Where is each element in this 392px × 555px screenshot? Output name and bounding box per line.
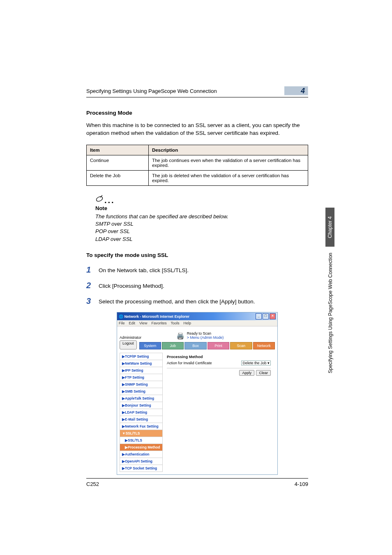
svg-point-0 [96, 196, 104, 202]
tab-network[interactable]: Network [253, 342, 275, 349]
side-chapter-tab: Chapter 4 [325, 208, 334, 247]
sidebar-item-email[interactable]: ▶E-Mail Setting [120, 416, 163, 423]
minimize-button[interactable]: _ [256, 313, 262, 319]
th-desc: Description [148, 145, 308, 155]
sidebar-item-bonjour[interactable]: ▶Bonjour Setting [120, 402, 163, 409]
sidebar-item-processing-method[interactable]: ▶Processing Method [120, 444, 163, 451]
footer-rule [86, 478, 308, 479]
intro-paragraph: When this machine is to be connected to … [86, 122, 308, 137]
tab-system[interactable]: System [139, 342, 161, 349]
header-rule [86, 97, 308, 97]
sidebar-item-openapi[interactable]: ▶OpenAPI Setting [120, 458, 163, 465]
sidebar-item-ssltls[interactable]: ▶SSL/TLS [120, 437, 163, 444]
step-number: 1 [86, 266, 99, 275]
sidebar-item-netware[interactable]: ▶NetWare Setting [120, 360, 163, 367]
step-number: 2 [86, 281, 99, 290]
subhead: To specify the mode using SSL [86, 252, 308, 258]
section-title: Processing Mode [86, 110, 308, 116]
sidebar-item-appletalk[interactable]: ▶AppleTalk Setting [120, 395, 163, 402]
logout-button[interactable]: Logout [120, 340, 137, 349]
note-icon [95, 195, 104, 205]
td-desc: The job continues even when the validati… [148, 155, 308, 170]
status-icon: 🖨️ [176, 332, 184, 340]
step-text: Select the processing method, and then c… [99, 297, 255, 306]
tab-print[interactable]: Print [208, 342, 229, 349]
sidebar-item-tcpsocket[interactable]: ▶TCP Socket Setting [120, 465, 163, 472]
sidebar-item-smb[interactable]: ▶SMB Setting [120, 388, 163, 395]
sidebar-item-authentication[interactable]: ▶Authentication [120, 451, 163, 458]
note-block: ... Note [95, 195, 308, 211]
menu-help[interactable]: Help [183, 321, 191, 325]
step: 2 Click [Processing Method]. [86, 281, 308, 290]
sidebar-item-ipp[interactable]: ▶IPP Setting [120, 367, 163, 374]
table-row: Continue The job continues even when the… [87, 155, 308, 170]
table-row: Delete the Job The job is deleted when t… [87, 170, 308, 185]
menu-file[interactable]: File [119, 321, 125, 325]
note-body: The functions that can be specified are … [86, 213, 308, 243]
close-button[interactable]: × [270, 313, 276, 319]
browser-menubar: File Edit View Favorites Tools Help [117, 320, 277, 326]
sidebar-item-snmp[interactable]: ▶SNMP Setting [120, 381, 163, 388]
menu-favorites[interactable]: Favorites [151, 321, 166, 325]
menu-edit[interactable]: Edit [129, 321, 136, 325]
step: 3 Select the processing method, and then… [86, 297, 308, 306]
td-item: Continue [87, 155, 149, 170]
step-text: On the Network tab, click [SSL/TLS]. [99, 266, 189, 275]
menu-view[interactable]: View [139, 321, 147, 325]
sidebar-item-ssltls-group[interactable]: ▼SSL/TLS [120, 430, 163, 437]
step-text: Click [Processing Method]. [99, 281, 164, 290]
step: 1 On the Network tab, click [SSL/TLS]. [86, 266, 308, 275]
invalid-cert-select[interactable]: Delete the Job ▾ [241, 361, 271, 365]
td-item: Delete the Job [87, 170, 149, 185]
window-titlebar: 🌐 Network - Microsoft Internet Explorer … [117, 312, 277, 320]
footer-left: C252 [86, 481, 99, 487]
running-title: Specifying Settings Using PageScope Web … [86, 88, 217, 94]
sidebar-item-tcpip[interactable]: ▶TCP/IP Setting [120, 353, 163, 360]
description-table: Item Description Continue The job contin… [86, 145, 308, 186]
tab-job[interactable]: Job [162, 342, 184, 349]
clear-button[interactable]: Clear [256, 370, 271, 376]
divider [167, 368, 271, 368]
browser-screenshot: 🌐 Network - Microsoft Internet Explorer … [117, 312, 278, 475]
window-title: 🌐 Network - Microsoft Internet Explorer [119, 314, 189, 319]
note-label: Note [95, 205, 308, 211]
footer-right: 4-109 [295, 481, 308, 487]
tab-box[interactable]: Box [184, 342, 206, 349]
td-desc: The job is deleted when the validation o… [148, 170, 308, 185]
sidebar-item-ldap[interactable]: ▶LDAP Setting [120, 409, 163, 416]
sidebar-item-ftp[interactable]: ▶FTP Setting [120, 374, 163, 381]
ready-text: Ready to Scan [187, 331, 224, 335]
page-badge: 4 [284, 86, 308, 95]
apply-button[interactable]: Apply [239, 370, 254, 376]
sidebar-item-networkfax[interactable]: ▶Network Fax Setting [120, 423, 163, 430]
field-label: Action for Invalid Certificate [167, 361, 212, 365]
admin-label: Administrator [120, 335, 141, 340]
tab-scan[interactable]: Scan [230, 342, 252, 349]
menu-tools[interactable]: Tools [171, 321, 179, 325]
maximize-button[interactable]: □ [263, 313, 269, 319]
side-vertical-text: Specifying Settings Using PageScope Web … [327, 253, 333, 430]
panel-heading: Processing Method [167, 354, 271, 359]
sidebar-nav: ▶TCP/IP Setting ▶NetWare Setting ▶IPP Se… [120, 353, 163, 472]
mode-link[interactable]: > Menu (Admin Mode) [187, 335, 224, 340]
step-number: 3 [86, 297, 99, 306]
th-item: Item [87, 145, 149, 155]
